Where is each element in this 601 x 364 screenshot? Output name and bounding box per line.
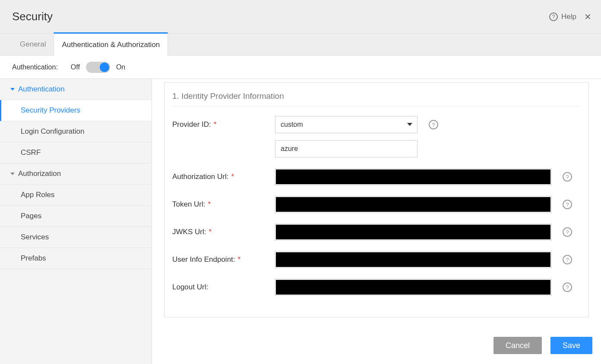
help-label: Help [561,13,576,21]
token-url-input[interactable] [275,196,551,213]
section-label: Authentication [18,85,65,94]
label-jwks-url: JWKS Url: * [172,228,275,236]
auth-toggle-on-label: On [116,63,125,71]
row-user-info-endpoint: User Info Endpoint: * ? [172,251,581,268]
label-user-info-endpoint: User Info Endpoint: * [172,255,275,264]
header-actions: ? Help ✕ [549,12,592,22]
field-provider-id: ? [275,116,438,133]
chevron-down-icon [10,173,15,175]
switch-knob [100,63,109,72]
authorization-url-input[interactable] [275,169,551,185]
help-icon[interactable]: ? [563,172,572,182]
required-marker: * [238,255,241,264]
sidebar-item-security-providers[interactable]: Security Providers [0,100,152,121]
logout-url-input[interactable] [275,279,551,295]
row-authorization-url: Authorization Url: * ? [172,169,581,185]
field-user-info-endpoint: ? [275,251,572,268]
sidebar-item-login-configuration[interactable]: Login Configuration [0,121,152,142]
panel-title: 1. Identity Provider Information [172,91,581,107]
row-jwks-url: JWKS Url: * ? [172,224,581,240]
label-text: Provider ID: [172,120,211,129]
close-icon[interactable]: ✕ [584,12,592,22]
label-provider-id: Provider ID: * [172,120,275,129]
help-button[interactable]: ? Help [549,13,576,21]
security-dialog: Security ? Help ✕ General Authentication… [0,0,601,364]
help-icon: ? [549,13,558,21]
dialog-title: Security [12,10,53,23]
content-area: 1. Identity Provider Information Provide… [152,79,601,364]
label-text: Logout Url: [172,283,208,292]
label-text: Authorization Url: [172,173,228,181]
sidebar-item-pages[interactable]: Pages [0,206,152,227]
chevron-down-icon [10,88,15,91]
field-token-url: ? [275,196,572,213]
cancel-button[interactable]: Cancel [493,337,542,354]
save-button[interactable]: Save [550,337,592,354]
form-scroll: 1. Identity Provider Information Provide… [152,79,601,327]
sidebar-item-prefabs[interactable]: Prefabs [0,248,152,269]
jwks-url-input[interactable] [275,224,551,240]
sidebar-item-services[interactable]: Services [0,227,152,248]
provider-id-select-wrap [275,116,418,133]
row-provider-id: Provider ID: * ? [172,116,581,133]
help-icon[interactable]: ? [563,227,572,237]
tab-auth-authz[interactable]: Authentication & Authorization [54,32,168,56]
auth-toggle-switch[interactable] [86,62,110,73]
label-authorization-url: Authorization Url: * [172,173,275,181]
user-info-endpoint-input[interactable] [275,251,551,268]
auth-toggle-group: Off On [71,62,125,73]
sidebar-section-authentication[interactable]: Authentication [0,79,152,100]
label-text: Token Url: [172,200,206,209]
auth-toggle-bar: Authentication: Off On [0,56,601,79]
help-icon[interactable]: ? [563,255,572,264]
tabs-bar: General Authentication & Authorization [0,33,601,56]
required-marker: * [209,228,212,236]
provider-id-select[interactable] [275,116,418,133]
identity-provider-panel: 1. Identity Provider Information Provide… [164,82,589,317]
help-icon[interactable]: ? [429,120,438,129]
label-logout-url: Logout Url: [172,283,275,292]
auth-toggle-off-label: Off [71,63,80,71]
dialog-header: Security ? Help ✕ [0,0,601,33]
label-text: User Info Endpoint: [172,255,235,264]
help-icon[interactable]: ? [563,282,572,292]
row-token-url: Token Url: * ? [172,196,581,213]
label-token-url: Token Url: * [172,200,275,209]
sidebar-item-csrf[interactable]: CSRF [0,142,152,163]
field-authorization-url: ? [275,169,572,185]
sidebar-item-app-roles[interactable]: App Roles [0,185,152,206]
dialog-body: Authentication Security Providers Login … [0,79,601,364]
auth-toggle-label: Authentication: [12,63,58,71]
sidebar-section-authorization[interactable]: Authorization [0,163,152,185]
section-label: Authorization [18,169,61,178]
sidebar: Authentication Security Providers Login … [0,79,152,364]
label-text: JWKS Url: [172,228,206,236]
row-logout-url: Logout Url: ? [172,279,581,295]
required-marker: * [231,173,234,181]
identity-provider-form: Provider ID: * ? [172,116,581,295]
required-marker: * [214,120,217,129]
field-logout-url: ? [275,279,572,295]
help-icon[interactable]: ? [563,200,572,209]
field-jwks-url: ? [275,224,572,240]
row-provider-name [275,140,581,157]
provider-name-input[interactable] [275,140,418,157]
required-marker: * [208,200,211,209]
dialog-footer: Cancel Save [152,327,601,364]
tab-general[interactable]: General [12,33,54,55]
